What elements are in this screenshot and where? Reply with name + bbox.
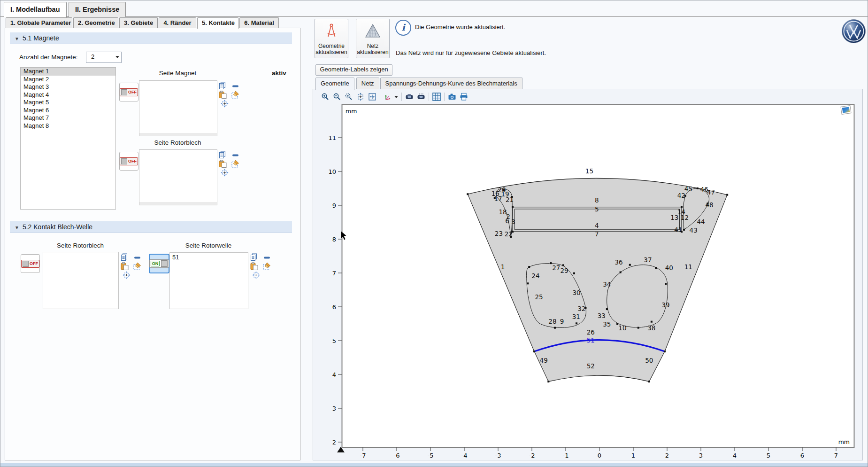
geometry-vertex <box>665 283 667 285</box>
paste-icon[interactable] <box>250 262 258 270</box>
zoom-box-icon[interactable] <box>345 93 353 101</box>
anzahl-magnete-dropdown[interactable]: 2 <box>86 52 122 63</box>
geometrie-aktualisieren-button[interactable]: Geometrie aktualisieren <box>315 19 348 58</box>
toggle-state-label: OFF <box>30 261 38 266</box>
section-header-magnete[interactable]: ▼5.1 Magnete <box>10 32 292 44</box>
geometry-label-43: 43 <box>690 226 698 234</box>
zoom-to-selection-icon[interactable] <box>123 271 131 279</box>
chevron-down-icon <box>115 56 119 58</box>
view-orientation-icon[interactable] <box>384 93 392 101</box>
subtab-3-gebiete[interactable]: 3. Gebiete <box>119 17 158 28</box>
geometry-label-30: 30 <box>572 289 580 296</box>
gtab-geometrie[interactable]: Geometrie <box>315 78 354 90</box>
print-icon[interactable] <box>460 93 468 101</box>
x-tick-label: 4 <box>733 452 737 459</box>
screenshot-icon[interactable] <box>448 93 456 101</box>
scene-light-icon[interactable] <box>405 93 414 101</box>
clear-selection-icon[interactable] <box>263 262 271 270</box>
gtab-spannungs-dehnungs-kurve[interactable]: Spannungs-Dehnungs-Kurve des Blechmateri… <box>380 78 522 89</box>
paste-icon[interactable] <box>121 262 129 270</box>
copy-icon[interactable] <box>219 82 227 90</box>
zoom-to-selection-icon[interactable] <box>252 271 260 279</box>
magnet-list-item[interactable]: Magnet 6 <box>21 107 115 115</box>
x-tick-label: -1 <box>563 452 569 459</box>
zoom-to-selection-icon[interactable] <box>221 169 229 177</box>
kontakt-rotorblech-toggle[interactable]: OFF <box>21 254 40 273</box>
paste-icon[interactable] <box>219 91 227 99</box>
fit-window-icon[interactable] <box>368 93 376 101</box>
mesh-status-text: Das Netz wird nur für zugewiesene Gebiet… <box>396 49 546 56</box>
geometry-label-1: 1 <box>501 263 505 271</box>
copy-icon[interactable] <box>121 253 129 261</box>
magnet-list-item[interactable]: Magnet 1 <box>21 68 115 76</box>
y-axis-unit: mm <box>346 108 357 115</box>
geometry-vertex <box>664 350 666 352</box>
kontakt-rotorwelle-selection-box[interactable]: 51 <box>169 252 248 309</box>
kontakt-rotorblech-selection-box[interactable] <box>43 252 119 309</box>
seite-magnet-toggle[interactable]: OFF <box>119 83 138 101</box>
seite-magnet-label: Seite Magnet <box>139 70 216 77</box>
selection-values: 51 <box>172 254 179 261</box>
grid-settings-icon[interactable] <box>432 93 441 101</box>
remove-icon[interactable] <box>263 254 271 262</box>
x-tick-label: -4 <box>461 452 468 459</box>
magnet-list-item[interactable]: Magnet 3 <box>21 83 115 91</box>
toggle-box-icon <box>121 158 127 164</box>
geometry-vertex <box>573 272 575 274</box>
section-header-kontakt[interactable]: ▼5.2 Kontakt Blech-Welle <box>10 221 292 233</box>
subtab-4-r-nder[interactable]: 4. Ränder <box>159 17 196 28</box>
zoom-extents-icon[interactable] <box>356 93 365 101</box>
hscrollbar[interactable] <box>139 202 217 205</box>
collapse-triangle-icon[interactable]: ▼ <box>15 222 19 234</box>
y-tick-label: 7 <box>332 270 336 277</box>
info-icon: i <box>395 20 411 36</box>
hscrollbar[interactable] <box>139 133 217 136</box>
magnet-list-item[interactable]: Magnet 5 <box>21 99 115 107</box>
geometry-vertex <box>533 350 535 352</box>
geometrie-labels-zeigen-button[interactable]: Geometrie-Labels zeigen <box>315 64 392 76</box>
kontakt-rotorwelle-icons <box>250 253 272 280</box>
toggle-box-icon <box>23 261 29 267</box>
remove-icon[interactable] <box>133 254 141 262</box>
geometry-label-47: 47 <box>707 188 715 196</box>
geometry-label-23: 23 <box>495 230 503 237</box>
seite-rotorblech-selection-box[interactable] <box>139 149 217 205</box>
magnet-list[interactable]: Magnet 1Magnet 2Magnet 3Magnet 4Magnet 5… <box>20 67 116 210</box>
paste-icon[interactable] <box>219 160 227 168</box>
seite-magnet-selection-box[interactable] <box>139 80 217 136</box>
copy-icon[interactable] <box>250 253 258 261</box>
x-tick-label: 0 <box>598 452 601 459</box>
y-tick-label: 5 <box>332 337 336 344</box>
clear-selection-icon[interactable] <box>231 91 239 99</box>
zoom-out-icon[interactable] <box>333 93 341 101</box>
subtab-2-geometrie[interactable]: 2. Geometrie <box>73 17 118 28</box>
clear-selection-icon[interactable] <box>231 160 239 168</box>
seite-rotorblech-toggle[interactable]: OFF <box>119 152 138 171</box>
magnet-list-item[interactable]: Magnet 2 <box>21 76 115 84</box>
magnet-list-item[interactable]: Magnet 7 <box>21 114 115 122</box>
clear-selection-icon[interactable] <box>133 262 141 270</box>
tab-ergebnisse[interactable]: II. Ergebnisse <box>69 2 126 17</box>
copy-icon[interactable] <box>219 151 227 159</box>
tabbar-divider <box>0 16 868 17</box>
geometry-plot[interactable]: -7-6-5-4-3-2-101234567234567891011123456… <box>324 101 864 459</box>
tab-modellaufbau[interactable]: I. Modellaufbau <box>4 2 67 17</box>
geometry-label-7: 7 <box>595 230 599 238</box>
netz-aktualisieren-button[interactable]: Netz aktualisieren <box>356 19 390 58</box>
zoom-to-selection-icon[interactable] <box>221 100 229 108</box>
subtab-1-globale-parameter[interactable]: 1. Globale Parameter <box>6 17 72 28</box>
collapse-triangle-icon[interactable]: ▼ <box>15 33 19 45</box>
orientation-dropdown-icon[interactable] <box>394 96 398 98</box>
gtab-netz[interactable]: Netz <box>356 78 379 89</box>
magnet-list-item[interactable]: Magnet 8 <box>21 122 115 130</box>
zoom-in-icon[interactable] <box>321 93 330 101</box>
subtab-5-kontakte[interactable]: 5. Kontakte <box>197 17 238 29</box>
kontakt-rotorwelle-toggle[interactable]: ON <box>149 254 169 273</box>
remove-icon[interactable] <box>231 151 239 159</box>
scene-settings-icon[interactable] <box>417 93 425 101</box>
subtab-6-material[interactable]: 6. Material <box>239 17 279 28</box>
magnet-list-item[interactable]: Magnet 4 <box>21 91 115 99</box>
x-axis-unit: mm <box>838 438 850 445</box>
remove-icon[interactable] <box>231 82 239 90</box>
plot-context-icon[interactable] <box>841 106 851 115</box>
